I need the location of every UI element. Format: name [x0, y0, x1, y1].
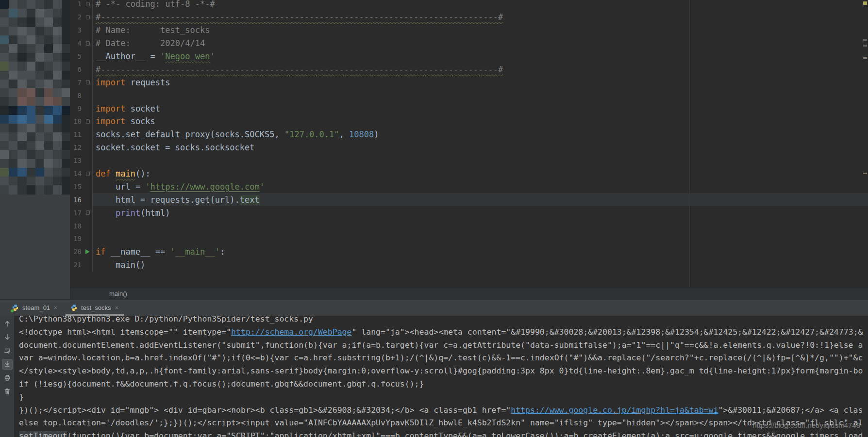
mosaic-block [62, 141, 70, 150]
scroll-to-end-icon[interactable] [2, 359, 13, 370]
code-text: __Author__ = 'Negoo_wen' [92, 50, 868, 63]
line-number: 3 [70, 26, 83, 34]
modified-indicator-dot [11, 309, 14, 312]
code-line: 17 print(html) [70, 206, 868, 219]
up-the-stack-trace-icon[interactable] [2, 318, 13, 329]
mosaic-block [35, 150, 45, 159]
mosaic-block [53, 35, 62, 45]
mosaic-block [27, 141, 36, 150]
mosaic-block [62, 44, 70, 53]
code-editor[interactable]: 1# -*- coding: utf-8 -*-#2#-------------… [70, 0, 868, 288]
console-line: document.documentElement.addEventListene… [19, 339, 868, 352]
mosaic-block [53, 80, 62, 89]
stripe-mark [863, 1, 867, 5]
mosaic-block [17, 159, 27, 168]
gutter-cell [83, 24, 92, 37]
mosaic-block [44, 106, 53, 115]
console-output[interactable]: C:\Python38\python3.exe D:/python/Python… [15, 316, 868, 437]
fold-icon[interactable] [86, 172, 90, 176]
mosaic-block [35, 0, 45, 9]
mosaic-block [9, 141, 18, 150]
mosaic-block [9, 185, 18, 194]
mosaic-block [44, 124, 53, 133]
clear-all-icon[interactable] [2, 386, 13, 397]
code-line: 21 main() [70, 259, 868, 272]
mosaic-block [27, 185, 36, 194]
mosaic-block [0, 44, 9, 53]
fold-icon[interactable] [86, 119, 90, 124]
down-the-stack-trace-icon[interactable] [2, 332, 13, 342]
mosaic-block [0, 159, 9, 168]
mosaic-block [9, 53, 18, 62]
code-line: 2#--------------------------------------… [70, 11, 868, 24]
mosaic-block [17, 168, 27, 177]
pycharm-window: 1# -*- coding: utf-8 -*-#2#-------------… [0, 0, 868, 437]
mosaic-block [27, 177, 36, 186]
code-line: 15 url = 'https://www.google.com' [70, 180, 868, 193]
close-tab-icon[interactable] [115, 306, 119, 310]
mosaic-block [0, 168, 9, 177]
code-line: 3# Name: test_socks [70, 24, 868, 37]
mosaic-block [44, 150, 53, 159]
tab-steam-01[interactable]: steam_01 [7, 300, 63, 316]
mosaic-block [35, 44, 45, 53]
fold-icon[interactable] [86, 15, 90, 19]
console-line: })();</script><div id="mngb"> <div id=gb… [19, 404, 868, 417]
stripe-mark [863, 45, 867, 47]
mosaic-block [17, 185, 27, 194]
mosaic-block [9, 71, 18, 80]
gutter-cell [83, 50, 92, 63]
console-line: C:\Python38\python3.exe D:/python/Python… [19, 316, 868, 326]
code-text: # -*- coding: utf-8 -*-# [92, 0, 868, 11]
close-tab-icon[interactable] [53, 306, 58, 310]
mosaic-block [44, 27, 53, 36]
fold-icon[interactable] [86, 80, 90, 84]
mosaic-block [53, 150, 62, 159]
mosaic-block [9, 80, 18, 89]
code-text: #---------------------------------------… [92, 11, 868, 24]
mosaic-block [35, 159, 45, 168]
mosaic-block [53, 62, 62, 71]
gutter-cell [83, 0, 92, 11]
fold-icon[interactable] [86, 2, 90, 6]
print-icon[interactable] [2, 372, 13, 383]
breadcrumb[interactable]: main() [109, 290, 127, 297]
mosaic-block [0, 62, 9, 71]
mosaic-block [0, 177, 9, 186]
mosaic-block [44, 9, 53, 18]
mosaic-block [27, 62, 36, 71]
mosaic-block [44, 168, 53, 177]
mosaic-block [9, 97, 18, 106]
hyperlink[interactable]: http://schema.org/WebPage [231, 327, 351, 337]
line-number: 15 [70, 183, 83, 191]
code-text: url = 'https://www.google.com' [92, 180, 868, 193]
code-line: 8 [70, 89, 868, 102]
mosaic-block [0, 80, 9, 89]
mosaic-block [62, 71, 70, 80]
line-number: 20 [70, 248, 83, 256]
gutter-cell [83, 102, 92, 115]
mosaic-block [0, 0, 9, 9]
soft-wrap-icon[interactable] [2, 345, 13, 356]
mosaic-block [9, 177, 18, 186]
mosaic-block [0, 53, 9, 62]
fold-icon[interactable] [86, 41, 90, 46]
mosaic-block [0, 35, 9, 45]
mosaic-block [62, 35, 70, 45]
run-line-icon[interactable] [85, 249, 90, 254]
mosaic-block [9, 88, 18, 97]
stripe-mark [863, 57, 867, 59]
mosaic-block [44, 80, 53, 89]
mosaic-block [35, 17, 45, 27]
mosaic-block [17, 80, 27, 89]
console-line: else top.location='/doodles/';};})();</s… [19, 417, 868, 430]
mosaic-block [53, 9, 62, 18]
gutter-cell [83, 63, 92, 76]
mosaic-block [17, 106, 27, 115]
scrollbar-error-stripe[interactable] [862, 0, 868, 288]
tab-test-socks[interactable]: test_socks [66, 300, 123, 316]
fold-icon[interactable] [86, 210, 90, 215]
code-text: # Date: 2020/4/14 [92, 37, 868, 50]
mosaic-block [53, 159, 62, 168]
hyperlink[interactable]: https://www.google.co.jp/imghp?hl=ja&tab… [511, 405, 718, 415]
